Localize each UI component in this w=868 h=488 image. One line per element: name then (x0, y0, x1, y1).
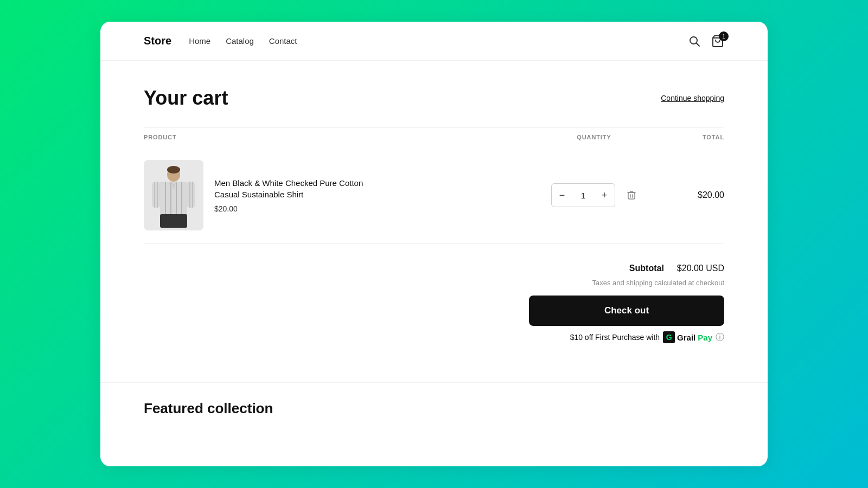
cart-title: Your cart (144, 87, 228, 110)
cart-item: Men Black & White Checked Pure Cotton Ca… (144, 147, 724, 244)
svg-rect-18 (160, 214, 187, 228)
product-name: Men Black & White Checked Pure Cotton Ca… (214, 177, 366, 200)
page-wrapper: Store Home Catalog Contact (0, 0, 868, 488)
grailpay-promo: $10 off First Purchase with G GrailPay ⓘ (570, 331, 724, 343)
main-card: Store Home Catalog Contact (100, 22, 768, 466)
table-header: PRODUCT QUANTITY TOTAL (144, 127, 724, 147)
subtotal-row: Subtotal $20.00 USD (629, 264, 724, 273)
col-quantity-header: QUANTITY (540, 134, 648, 140)
svg-line-1 (697, 43, 700, 46)
delete-item-button[interactable] (626, 190, 637, 201)
subtotal-amount: $20.00 USD (677, 264, 724, 273)
product-col: Men Black & White Checked Pure Cotton Ca… (144, 160, 540, 230)
grailpay-brand-text: Grail (677, 333, 695, 342)
trash-icon (626, 190, 637, 201)
quantity-control: − 1 + (551, 183, 615, 207)
checkout-button[interactable]: Check out (529, 296, 724, 326)
svg-rect-19 (628, 192, 635, 199)
item-total: $20.00 (648, 190, 724, 200)
svg-rect-13 (187, 182, 195, 208)
subtotal-label: Subtotal (629, 264, 664, 273)
header-icons: 1 (688, 35, 724, 48)
col-product-header: PRODUCT (144, 134, 540, 140)
nav-contact[interactable]: Contact (269, 36, 297, 46)
product-info: Men Black & White Checked Pure Cotton Ca… (214, 177, 366, 213)
featured-section: Featured collection (100, 382, 768, 417)
decrease-quantity-button[interactable]: − (552, 184, 572, 207)
col-total-header: TOTAL (648, 134, 724, 140)
info-icon[interactable]: ⓘ (716, 332, 724, 343)
cart-button[interactable]: 1 (711, 35, 724, 48)
grailpay-pay-text: Pay (698, 333, 712, 342)
grailpay-icon: G (663, 331, 675, 343)
cart-count-badge: 1 (719, 31, 729, 41)
quantity-value: 1 (572, 191, 594, 200)
nav-catalog[interactable]: Catalog (226, 36, 254, 46)
main-nav: Home Catalog Contact (189, 36, 688, 46)
quantity-col: − 1 + (540, 183, 648, 207)
logo: Store (144, 35, 171, 47)
tax-note: Taxes and shipping calculated at checkou… (592, 279, 724, 287)
subtotal-section: Subtotal $20.00 USD Taxes and shipping c… (144, 264, 724, 343)
nav-home[interactable]: Home (189, 36, 210, 46)
product-image (144, 160, 203, 230)
cart-header-row: Your cart Continue shopping (144, 87, 724, 110)
product-price: $20.00 (214, 204, 366, 213)
header: Store Home Catalog Contact (100, 22, 768, 61)
svg-rect-12 (152, 182, 161, 208)
featured-title: Featured collection (144, 400, 724, 417)
product-illustration (149, 163, 198, 228)
grailpay-promo-text: $10 off First Purchase with (570, 333, 660, 342)
grailpay-logo: G GrailPay (663, 331, 712, 343)
main-content: Your cart Continue shopping PRODUCT QUAN… (100, 61, 768, 369)
search-icon (688, 35, 700, 47)
continue-shopping-button[interactable]: Continue shopping (661, 94, 724, 102)
svg-point-11 (167, 166, 180, 174)
increase-quantity-button[interactable]: + (594, 184, 615, 207)
search-button[interactable] (688, 35, 700, 47)
